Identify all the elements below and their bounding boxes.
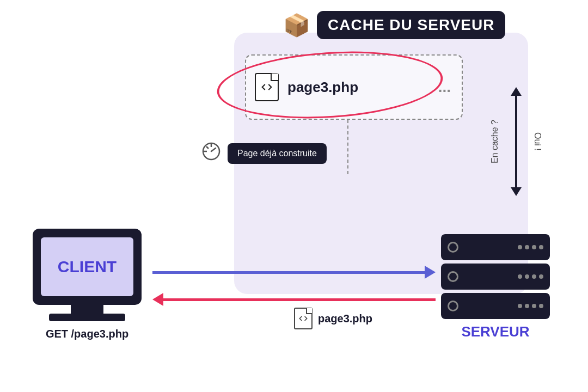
server-dot: [532, 274, 536, 279]
server-dot: [539, 274, 543, 279]
server-dot: [525, 304, 529, 308]
server-unit-1: [441, 234, 550, 260]
server-rack: [441, 234, 550, 319]
request-arrow: [152, 267, 436, 278]
server-circle-1: [448, 242, 458, 253]
cache-title: CACHE DU SERVEUR: [317, 11, 505, 39]
arrow-up: [511, 87, 522, 96]
response-file-container: page3.php: [294, 308, 372, 329]
server-dots-2: [518, 274, 543, 279]
cache-title-container: 📦 CACHE DU SERVEUR: [283, 11, 505, 39]
tooltip-text: Page déjà construite: [228, 143, 327, 164]
response-arrow: [152, 294, 436, 305]
server-dot: [532, 245, 536, 249]
server-dot: [518, 304, 522, 308]
double-arrow-vertical: [511, 87, 522, 196]
oui-label: Oui !: [532, 132, 542, 151]
cache-filename: page3.php: [287, 79, 358, 96]
server-dot: [518, 274, 522, 279]
dotted-line-vertical: [347, 120, 348, 174]
client-computer: CLIENT GET /page3.php: [33, 229, 142, 340]
cache-box-icon: 📦: [283, 13, 310, 38]
server-dots-1: [518, 245, 543, 249]
speed-icon: [201, 142, 221, 166]
en-cache-label: En cache ?: [490, 120, 500, 163]
server-dot: [525, 274, 529, 279]
tooltip-container: Page déjà construite: [201, 142, 327, 166]
server-unit-2: [441, 264, 550, 290]
response-arrow-head: [152, 293, 163, 306]
get-request-label: GET /page3.php: [33, 328, 142, 340]
server-dot: [539, 304, 543, 308]
server-dot: [532, 304, 536, 308]
cache-content-box: page3.php ...: [245, 54, 463, 120]
monitor: CLIENT: [33, 229, 142, 305]
server-dot: [525, 245, 529, 249]
server-circle-2: [448, 271, 458, 282]
server-dot: [518, 245, 522, 249]
server-unit-3: [441, 293, 550, 319]
monitor-screen: CLIENT: [41, 237, 133, 296]
cache-file-icon: [255, 73, 279, 101]
response-filename: page3.php: [318, 313, 372, 325]
svg-line-4: [211, 148, 216, 151]
arrow-down: [511, 187, 522, 196]
serveur-label: SERVEUR: [441, 323, 550, 340]
request-arrow-head: [425, 266, 436, 279]
response-arrow-line: [163, 298, 436, 301]
server-dots-3: [518, 304, 543, 308]
server-circle-3: [448, 301, 458, 311]
server-container: SERVEUR: [441, 234, 550, 340]
monitor-stand: [71, 305, 103, 314]
client-label: CLIENT: [58, 258, 117, 276]
request-arrow-line: [152, 271, 425, 274]
vertical-arrows-container: En cache ? Oui !: [490, 76, 542, 207]
arrow-line-vertical: [515, 96, 517, 187]
cache-ellipsis: ...: [438, 78, 451, 96]
server-dot: [539, 245, 543, 249]
svg-line-3: [206, 146, 209, 149]
response-file-icon: [294, 308, 313, 329]
monitor-base: [49, 314, 125, 321]
